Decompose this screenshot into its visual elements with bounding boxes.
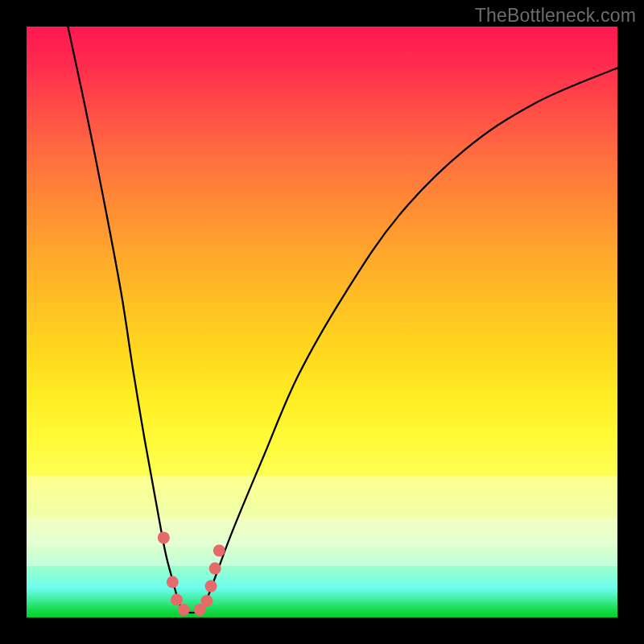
dot-right-upper bbox=[213, 545, 225, 557]
watermark-text: TheBottleneck.com bbox=[475, 5, 636, 27]
plot-area bbox=[27, 27, 617, 617]
curves-svg bbox=[27, 27, 617, 617]
dot-floor-left bbox=[178, 604, 190, 616]
chart-frame: TheBottleneck.com bbox=[0, 0, 644, 644]
dot-left-mid bbox=[167, 576, 179, 588]
dot-left-upper bbox=[158, 531, 170, 543]
dot-right-mid1 bbox=[205, 580, 217, 592]
dot-right-low bbox=[200, 595, 213, 607]
dot-left-low bbox=[171, 593, 183, 605]
curve-right-curve bbox=[207, 68, 617, 600]
dot-right-mid2 bbox=[209, 563, 221, 575]
curve-left-curve bbox=[68, 27, 178, 600]
